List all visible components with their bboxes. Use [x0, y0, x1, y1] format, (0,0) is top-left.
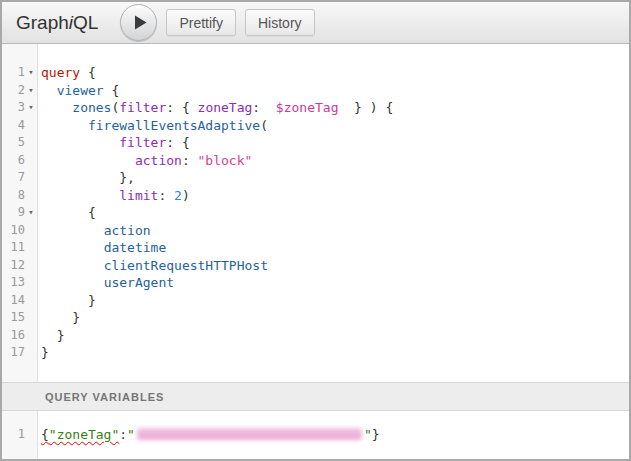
token-punct: }	[57, 328, 65, 343]
fold-toggle-icon[interactable]: ▾	[25, 82, 37, 100]
code-text: zones(filter: { zoneTag: $zoneTag } ) {	[37, 99, 393, 117]
code-line[interactable]: 3▾ zones(filter: { zoneTag: $zoneTag } )…	[2, 99, 629, 117]
token-punct: :	[158, 188, 174, 203]
line-number: 16	[2, 327, 25, 345]
execute-query-button[interactable]	[120, 4, 157, 41]
line-number: 4	[2, 117, 25, 135]
token-property: action	[104, 223, 151, 238]
code-text: {	[37, 204, 96, 222]
token-punct: :	[252, 100, 275, 115]
fold-toggle-icon[interactable]: ▾	[25, 99, 37, 117]
query-code-lines: 1▾query {2▾ viewer {3▾ zones(filter: { z…	[2, 44, 629, 362]
query-variables-title: QUERY VARIABLES	[45, 391, 164, 403]
fold-toggle-icon[interactable]: ▾	[25, 64, 37, 82]
fold-gutter-spacer	[25, 292, 37, 310]
fold-gutter-spacer	[25, 152, 37, 170]
code-text: }	[37, 309, 80, 327]
fold-gutter-spacer	[25, 222, 37, 240]
line-number: 8	[2, 187, 25, 205]
code-line[interactable]: 2▾ viewer {	[2, 82, 629, 100]
query-editor[interactable]: 1▾query {2▾ viewer {3▾ zones(filter: { z…	[2, 44, 629, 382]
variables-editor[interactable]: 1{"zoneTag":""}	[2, 411, 629, 459]
redacted-zone-id-value	[137, 428, 362, 440]
line-number: 5	[2, 134, 25, 152]
token-punct: {	[41, 427, 49, 442]
code-line[interactable]: 9▾ {	[2, 204, 629, 222]
token-punct: : {	[166, 100, 197, 115]
code-text: action	[37, 222, 151, 240]
code-text: userAgent	[37, 274, 174, 292]
line-number: 11	[2, 239, 25, 257]
token-punct: : {	[166, 135, 189, 150]
graphiql-window: GraphiQL Prettify History 1▾query {2▾ vi…	[0, 0, 631, 461]
graphiql-logo: GraphiQL	[16, 12, 98, 34]
code-line[interactable]: 6 action: "block"	[2, 152, 629, 170]
code-text: datetime	[37, 239, 166, 257]
token-punct: :	[119, 427, 127, 442]
token-punct: }	[372, 427, 380, 442]
line-number: 15	[2, 309, 25, 327]
line-number: 12	[2, 257, 25, 275]
token-property: firewallEventsAdaptive	[88, 118, 260, 133]
history-button[interactable]: History	[245, 9, 315, 36]
line-number: 14	[2, 292, 25, 310]
token-property: datetime	[104, 240, 167, 255]
line-number: 2	[2, 82, 25, 100]
code-text: filter: {	[37, 134, 190, 152]
code-line[interactable]: 16 }	[2, 327, 629, 345]
token-jsonprop: "zoneTag"	[49, 427, 119, 442]
line-number: 7	[2, 169, 25, 187]
code-line[interactable]: 1▾query {	[2, 64, 629, 82]
code-text: clientRequestHTTPHost	[37, 257, 268, 275]
code-line[interactable]: 13 userAgent	[2, 274, 629, 292]
code-line[interactable]: 15 }	[2, 309, 629, 327]
query-variables-title-bar[interactable]: QUERY VARIABLES	[2, 382, 629, 411]
code-line[interactable]: 1{"zoneTag":""}	[2, 426, 629, 444]
code-line[interactable]: 11 datetime	[2, 239, 629, 257]
code-line[interactable]: 10 action	[2, 222, 629, 240]
token-punct: },	[119, 170, 135, 185]
line-number: 10	[2, 222, 25, 240]
fold-gutter-spacer	[25, 117, 37, 135]
fold-toggle-icon[interactable]: ▾	[25, 204, 37, 222]
code-text: }	[37, 327, 64, 345]
logo-text-pre: Graph	[16, 12, 69, 33]
token-attribute: filter	[119, 100, 166, 115]
token-string: "block"	[198, 153, 253, 168]
code-text: query {	[37, 64, 96, 82]
token-punct: {	[104, 83, 120, 98]
token-property: userAgent	[104, 275, 174, 290]
line-number: 13	[2, 274, 25, 292]
line-number: 6	[2, 152, 25, 170]
line-number: 17	[2, 344, 25, 362]
token-punct: }	[41, 345, 49, 360]
code-line[interactable]: 14 }	[2, 292, 629, 310]
token-punct: }	[88, 293, 96, 308]
code-text: limit: 2)	[37, 187, 190, 205]
token-punct: } ) {	[338, 100, 393, 115]
fold-gutter-spacer	[25, 169, 37, 187]
token-punct: )	[182, 188, 190, 203]
token-property: zones	[72, 100, 111, 115]
code-text: },	[37, 169, 135, 187]
code-line[interactable]: 12 clientRequestHTTPHost	[2, 257, 629, 275]
code-text: action: "block"	[37, 152, 252, 170]
line-number: 1	[2, 64, 25, 82]
variables-code-lines: 1{"zoneTag":""}	[2, 411, 629, 444]
line-number: 9	[2, 204, 25, 222]
code-line[interactable]: 4 firewallEventsAdaptive(	[2, 117, 629, 135]
fold-gutter-spacer	[25, 239, 37, 257]
code-line[interactable]: 5 filter: {	[2, 134, 629, 152]
prettify-button[interactable]: Prettify	[166, 9, 236, 36]
code-text: viewer {	[37, 82, 119, 100]
line-number: 1	[2, 426, 25, 444]
code-line[interactable]: 17}	[2, 344, 629, 362]
fold-gutter-spacer	[25, 187, 37, 205]
code-line[interactable]: 8 limit: 2)	[2, 187, 629, 205]
token-variable: $zoneTag	[276, 100, 339, 115]
token-property: viewer	[57, 83, 104, 98]
token-keyword: query	[41, 65, 88, 80]
play-icon	[134, 15, 147, 30]
code-line[interactable]: 7 },	[2, 169, 629, 187]
fold-gutter-spacer	[25, 309, 37, 327]
